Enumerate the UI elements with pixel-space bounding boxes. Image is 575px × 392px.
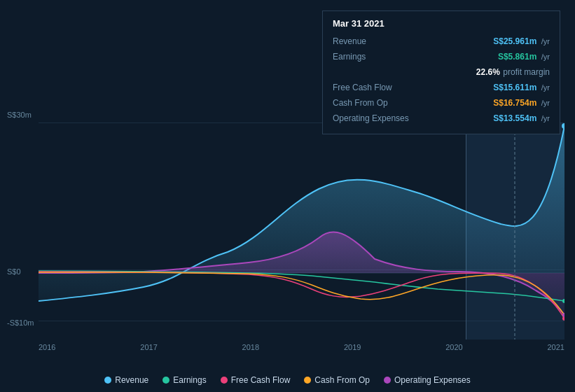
chart-legend: Revenue Earnings Free Cash Flow Cash Fro… bbox=[0, 375, 575, 385]
cash-from-op-label: Cash From Op bbox=[333, 98, 431, 108]
legend-dot-free-cash-flow bbox=[221, 377, 228, 384]
legend-dot-cash-from-op bbox=[304, 377, 311, 384]
operating-expenses-row: Operating Expenses S$13.554m /yr bbox=[333, 111, 550, 124]
legend-label-operating-expenses: Operating Expenses bbox=[394, 375, 471, 385]
cash-from-op-unit: /yr bbox=[541, 99, 550, 107]
revenue-label: Revenue bbox=[333, 36, 431, 46]
x-label-2019: 2019 bbox=[344, 343, 361, 351]
cash-from-op-row: Cash From Op S$16.754m /yr bbox=[333, 96, 550, 108]
chart-container: Mar 31 2021 Revenue S$25.961m /yr Earnin… bbox=[0, 0, 575, 392]
earnings-value: S$5.861m bbox=[498, 52, 536, 62]
revenue-dot bbox=[562, 123, 564, 129]
operating-expenses-label: Operating Expenses bbox=[333, 113, 431, 123]
legend-label-earnings: Earnings bbox=[173, 375, 206, 385]
legend-operating-expenses[interactable]: Operating Expenses bbox=[384, 375, 471, 385]
free-cash-flow-row: Free Cash Flow S$15.611m /yr bbox=[333, 80, 550, 93]
legend-label-free-cash-flow: Free Cash Flow bbox=[231, 375, 291, 385]
tooltip-date: Mar 31 2021 bbox=[333, 18, 550, 29]
x-label-2020: 2020 bbox=[445, 343, 462, 351]
x-label-2017: 2017 bbox=[140, 343, 157, 351]
revenue-value: S$25.961m bbox=[493, 36, 536, 46]
chart-svg bbox=[39, 122, 564, 340]
y-label-30m: S$30m bbox=[7, 111, 32, 119]
x-axis: 2016 2017 2018 2019 2020 2021 bbox=[39, 343, 564, 351]
y-label-neg10m: -S$10m bbox=[7, 318, 34, 327]
operating-expenses-unit: /yr bbox=[541, 114, 550, 122]
earnings-unit: /yr bbox=[541, 52, 550, 61]
profit-margin-label: profit margin bbox=[503, 67, 550, 77]
legend-dot-revenue bbox=[104, 377, 111, 384]
earnings-row: Earnings S$5.861m /yr bbox=[333, 50, 550, 62]
tooltip-box: Mar 31 2021 Revenue S$25.961m /yr Earnin… bbox=[322, 10, 560, 134]
free-cash-flow-value: S$15.611m bbox=[493, 83, 536, 92]
cash-from-op-value: S$16.754m bbox=[493, 98, 536, 108]
earnings-label: Earnings bbox=[333, 52, 431, 62]
profit-margin-value: 22.6% bbox=[476, 67, 500, 77]
x-label-2018: 2018 bbox=[242, 343, 259, 351]
legend-dot-operating-expenses bbox=[384, 377, 391, 384]
legend-free-cash-flow[interactable]: Free Cash Flow bbox=[221, 375, 291, 385]
operating-expenses-value: S$13.554m bbox=[493, 113, 536, 123]
legend-revenue[interactable]: Revenue bbox=[104, 375, 148, 385]
legend-earnings[interactable]: Earnings bbox=[162, 375, 206, 385]
legend-dot-earnings bbox=[162, 377, 169, 384]
legend-label-cash-from-op: Cash From Op bbox=[314, 375, 370, 385]
free-cash-flow-unit: /yr bbox=[541, 83, 550, 92]
x-label-2021: 2021 bbox=[547, 343, 564, 351]
x-label-2016: 2016 bbox=[39, 343, 55, 351]
revenue-unit: /yr bbox=[541, 37, 550, 46]
legend-cash-from-op[interactable]: Cash From Op bbox=[304, 375, 370, 385]
legend-label-revenue: Revenue bbox=[115, 375, 148, 385]
y-label-0: S$0 bbox=[7, 267, 21, 276]
revenue-row: Revenue S$25.961m /yr bbox=[333, 34, 550, 47]
profit-margin-row: 22.6% profit margin bbox=[333, 65, 550, 78]
free-cash-flow-label: Free Cash Flow bbox=[333, 83, 431, 92]
